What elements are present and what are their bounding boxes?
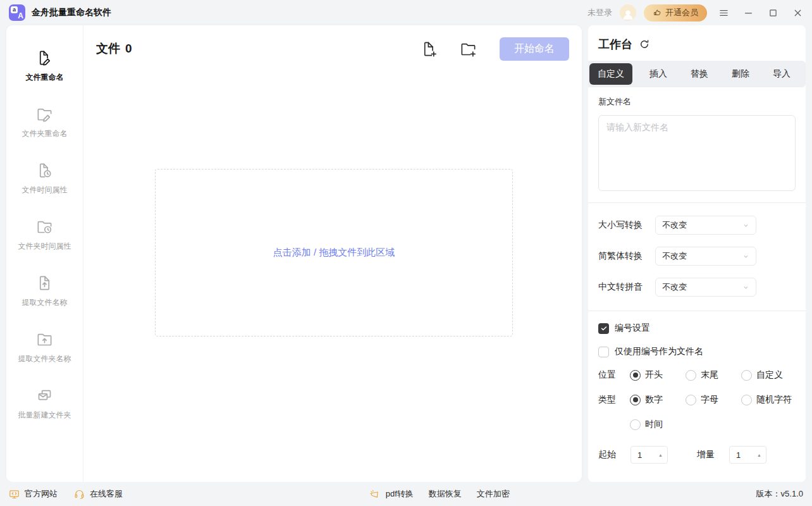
sidebar-item-file-time[interactable]: 文件时间属性 — [6, 151, 83, 207]
type-option-number[interactable]: 数字 — [630, 394, 686, 405]
only-number-label: 仅使用编号作为文件名 — [615, 346, 703, 357]
file-time-icon — [36, 162, 53, 179]
radio-selected-icon — [630, 395, 641, 405]
sidebar-item-extract-folder-name[interactable]: 提取文件夹名称 — [6, 319, 83, 376]
radio-icon — [741, 395, 752, 405]
tab-replace[interactable]: 替换 — [684, 63, 715, 85]
radio-icon — [686, 370, 696, 381]
numbering-enable-label: 编号设置 — [615, 323, 650, 334]
sidebar-item-batch-new-folder[interactable]: 批量新建文件夹 — [6, 376, 83, 432]
headset-icon — [74, 489, 85, 500]
traditional-convert-label: 简繁体转换 — [598, 250, 655, 262]
batch-new-folder-icon — [36, 387, 53, 404]
type-label: 类型 — [598, 394, 630, 405]
tab-import[interactable]: 导入 — [766, 63, 797, 85]
monitor-icon — [9, 489, 20, 500]
chevron-down-icon — [742, 222, 749, 229]
sidebar-item-folder-time[interactable]: 文件夹时间属性 — [6, 207, 83, 263]
thumb-up-icon — [653, 8, 662, 18]
version-label: 版本：v5.1.0 — [756, 488, 803, 500]
workbench-tabbar: 自定义 插入 替换 删除 导入 — [588, 61, 806, 87]
sidebar-item-file-rename[interactable]: 文件重命名 — [6, 38, 83, 94]
dropzone-hint: 点击添加 / 拖拽文件到此区域 — [273, 247, 395, 259]
promo-pdf-convert[interactable]: pdf转换 — [386, 488, 414, 500]
position-option-end[interactable]: 末尾 — [686, 369, 741, 381]
case-convert-label: 大小写转换 — [598, 219, 655, 231]
case-convert-select[interactable]: 不改变 — [655, 216, 756, 235]
file-dropzone[interactable]: 点击添加 / 拖拽文件到此区域 — [155, 169, 513, 336]
start-number-label: 起始 — [598, 449, 620, 460]
refresh-icon[interactable] — [639, 39, 650, 50]
radio-icon — [741, 370, 752, 381]
only-number-checkbox[interactable] — [598, 347, 609, 357]
add-file-button[interactable] — [421, 40, 438, 58]
conversion-section: 大小写转换 不改变 简繁体转换 不改变 中文转拼音 不改变 — [588, 203, 806, 311]
megaphone-icon — [369, 489, 380, 500]
close-icon[interactable] — [792, 8, 803, 18]
numbering-section: 编号设置 仅使用编号作为文件名 位置 开头 末尾 自定义 类型 — [588, 311, 806, 472]
numbering-enable-checkbox[interactable] — [598, 323, 609, 334]
position-option-custom[interactable]: 自定义 — [741, 369, 797, 381]
start-rename-button[interactable]: 开始命名 — [500, 37, 569, 61]
workbench-title: 工作台 — [598, 37, 632, 52]
main-card: 文件重命名 文件夹重命名 文件时间属性 文件夹时间属性 提取文件名称 — [6, 25, 582, 482]
promo-file-encrypt[interactable]: 文件加密 — [477, 488, 510, 500]
chevron-down-icon — [742, 284, 749, 291]
add-folder-button[interactable] — [460, 40, 477, 58]
online-service-link[interactable]: 在线客服 — [74, 488, 123, 500]
maximize-icon[interactable] — [768, 8, 778, 18]
file-list-area: 文件 0 开始命名 点击添加 / 拖拽文件到此区域 — [83, 25, 582, 482]
new-filename-section: 新文件名 — [588, 87, 806, 202]
folder-rename-icon — [36, 106, 53, 123]
file-count-title: 文件 0 — [96, 40, 132, 57]
spinner-up-icon[interactable]: ▲ — [658, 453, 663, 457]
titlebar: aA 金舟批量重命名软件 未登录 开通会员 — [0, 0, 812, 25]
minimize-icon[interactable] — [743, 8, 754, 18]
increment-label: 增量 — [697, 449, 718, 460]
type-option-letter[interactable]: 字母 — [686, 394, 741, 405]
position-label: 位置 — [598, 369, 630, 381]
official-website-link[interactable]: 官方网站 — [9, 488, 58, 500]
file-count: 0 — [125, 42, 132, 56]
app-logo-icon: aA — [9, 4, 25, 21]
chevron-down-icon — [742, 253, 749, 260]
file-rename-icon — [36, 49, 53, 66]
avatar[interactable] — [620, 4, 636, 21]
add-file-icon — [421, 40, 438, 58]
tab-delete[interactable]: 删除 — [725, 63, 756, 85]
radio-selected-icon — [630, 370, 641, 381]
tab-insert[interactable]: 插入 — [643, 63, 674, 85]
sidebar-item-extract-file-name[interactable]: 提取文件名称 — [6, 263, 83, 319]
radio-icon — [630, 419, 641, 430]
pinyin-convert-label: 中文转拼音 — [598, 281, 655, 293]
spinner-up-icon[interactable]: ▲ — [757, 453, 761, 457]
open-membership-button[interactable]: 开通会员 — [644, 4, 707, 22]
tab-custom[interactable]: 自定义 — [589, 63, 632, 85]
menu-icon[interactable] — [718, 8, 729, 18]
folder-time-icon — [36, 218, 53, 235]
extract-file-name-icon — [36, 275, 53, 292]
sidebar-item-folder-rename[interactable]: 文件夹重命名 — [6, 94, 83, 151]
promo-data-recovery[interactable]: 数据恢复 — [429, 488, 462, 500]
login-status[interactable]: 未登录 — [587, 7, 612, 18]
extract-folder-name-icon — [36, 331, 53, 348]
traditional-convert-select[interactable]: 不改变 — [655, 247, 756, 266]
radio-icon — [686, 395, 696, 405]
sidebar: 文件重命名 文件夹重命名 文件时间属性 文件夹时间属性 提取文件名称 — [6, 25, 83, 482]
new-filename-input[interactable] — [598, 115, 796, 191]
type-option-random[interactable]: 随机字符 — [741, 394, 797, 405]
add-folder-icon — [460, 40, 477, 58]
type-option-time[interactable]: 时间 — [630, 419, 686, 430]
check-icon — [600, 324, 608, 332]
increment-stepper[interactable]: 1 ▲ — [729, 446, 766, 464]
footer: 官方网站 在线客服 pdf转换 数据恢复 文件加密 版本：v5.1.0 — [0, 482, 812, 506]
new-filename-label: 新文件名 — [598, 96, 796, 108]
footer-promos: pdf转换 数据恢复 文件加密 — [369, 488, 510, 500]
start-number-stepper[interactable]: 1 ▲ — [631, 446, 668, 464]
position-option-start[interactable]: 开头 — [630, 369, 686, 381]
app-title: 金舟批量重命名软件 — [32, 7, 111, 18]
person-icon — [621, 7, 635, 21]
workbench-panel: 工作台 自定义 插入 替换 删除 导入 新文件名 大小写转换 不改变 简繁体转换… — [588, 25, 806, 482]
pinyin-convert-select[interactable]: 不改变 — [655, 278, 756, 297]
